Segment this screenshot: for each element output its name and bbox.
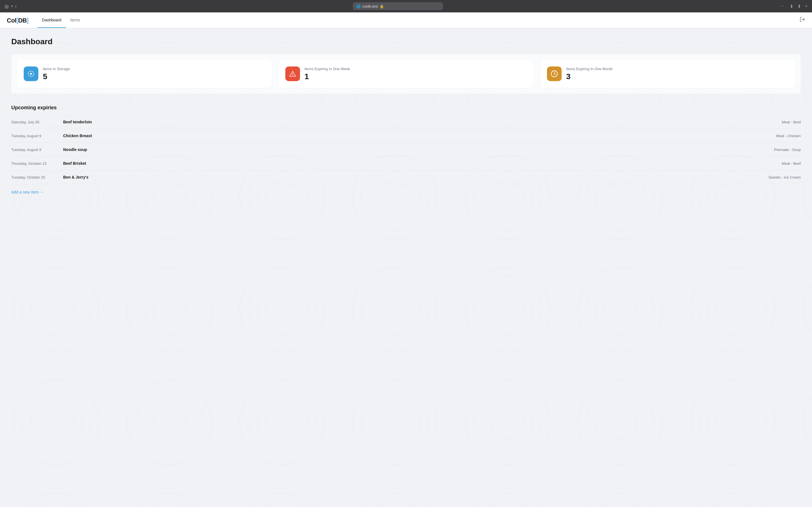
expiring-month-label: Items Expiring In One Month (566, 67, 613, 71)
expiry-date-3: Thursday, October 13 (11, 161, 56, 166)
expiring-month-info: Items Expiring In One Month 3 (566, 67, 613, 81)
page-title: Dashboard (11, 37, 801, 46)
expiring-month-value: 3 (566, 72, 613, 81)
chevron-down-icon[interactable]: ▾ (11, 4, 13, 8)
back-button[interactable]: ‹ (15, 3, 17, 9)
storage-label: Items In Storage (43, 67, 70, 71)
expiry-row: Thursday, October 13 Beef Brisket Meat -… (11, 157, 801, 170)
app-nav: Col[DB] Dashboard Items (0, 12, 812, 28)
storage-value: 5 (43, 72, 70, 81)
expiry-row: Tuesday, August 9 Chicken Breast Meat - … (11, 129, 801, 143)
upcoming-section-title: Upcoming expiries (11, 105, 801, 111)
expiry-category-3: Meat - Beef (782, 161, 801, 166)
stat-card-expiring-week: Items Expiring In One Week 1 (278, 60, 534, 88)
expiry-name-2: Noodle soup (63, 147, 767, 152)
browser-controls-left: ▤ ▾ ‹ (4, 3, 17, 9)
logo-text: Col[DB] (7, 16, 29, 24)
svg-point-1 (30, 73, 32, 75)
expiring-week-value: 1 (305, 72, 350, 81)
expiry-row: Tuesday, October 25 Ben & Jerry's Sweets… (11, 170, 801, 184)
expiry-category-2: Premade - Soup (774, 148, 801, 152)
expiry-date-1: Tuesday, August 9 (11, 134, 56, 138)
logout-button[interactable] (800, 17, 805, 24)
expiry-row: Saturday, July 30 Beef tenderloin Meat -… (11, 115, 801, 129)
expiry-date-2: Tuesday, August 9 (11, 148, 56, 152)
expiry-category-1: Meat - Chicken (776, 134, 801, 138)
storage-icon (24, 66, 38, 81)
browser-chrome: ▤ ▾ ‹ 🌐 coldb.test 🔒 ··· ⬇ ⬆ + (0, 0, 812, 12)
nav-tab-dashboard[interactable]: Dashboard (38, 12, 66, 28)
logo-db: DB (18, 17, 27, 24)
main-content: Dashboard Items In Storage 5 Items (0, 28, 812, 507)
share-button[interactable]: ⬆ (797, 4, 801, 9)
stat-card-in-storage: Items In Storage 5 (17, 60, 272, 88)
nav-tabs: Dashboard Items (38, 12, 85, 28)
storage-info: Items In Storage 5 (43, 67, 70, 81)
expiry-list: Saturday, July 30 Beef tenderloin Meat -… (11, 115, 801, 184)
logo: Col[DB] (7, 16, 29, 24)
stats-grid: Items In Storage 5 Items Expiring In One… (11, 54, 801, 94)
browser-controls-right: ··· ⬇ ⬆ + (779, 3, 808, 10)
stat-card-expiring-month: Items Expiring In One Month 3 (540, 60, 795, 88)
expiry-date-0: Saturday, July 30 (11, 120, 56, 124)
expiring-week-label: Items Expiring In One Week (305, 67, 350, 71)
expiring-month-icon (547, 66, 562, 81)
add-new-item-link[interactable]: Add a new Item → (11, 190, 44, 194)
expiry-category-0: Meat - Beef (782, 120, 801, 124)
more-options-button[interactable]: ··· (779, 3, 786, 10)
upcoming-section: Upcoming expiries Saturday, July 30 Beef… (11, 105, 801, 194)
expiry-name-3: Beef Brisket (63, 161, 775, 166)
address-bar: 🌐 coldb.test 🔒 (20, 2, 776, 10)
download-button[interactable]: ⬇ (790, 4, 794, 9)
new-tab-button[interactable]: + (805, 4, 808, 9)
expiry-name-1: Chicken Breast (63, 133, 769, 138)
expiring-week-info: Items Expiring In One Week 1 (305, 67, 350, 81)
nav-tab-items[interactable]: Items (66, 12, 85, 28)
logo-col: Col (7, 17, 16, 24)
expiry-name-0: Beef tenderloin (63, 120, 775, 124)
expiry-date-4: Tuesday, October 25 (11, 175, 56, 179)
url-display: coldb.test (362, 4, 378, 8)
globe-icon: 🌐 (356, 4, 361, 8)
expiry-category-4: Sweets - Ice Cream (769, 175, 801, 179)
lock-icon: 🔒 (379, 4, 384, 8)
expiring-week-icon (285, 66, 300, 81)
sidebar-toggle-icon[interactable]: ▤ (4, 4, 9, 9)
expiry-name-4: Ben & Jerry's (63, 175, 762, 179)
expiry-row: Tuesday, August 9 Noodle soup Premade - … (11, 143, 801, 157)
address-bar-inner[interactable]: 🌐 coldb.test 🔒 (353, 2, 443, 10)
